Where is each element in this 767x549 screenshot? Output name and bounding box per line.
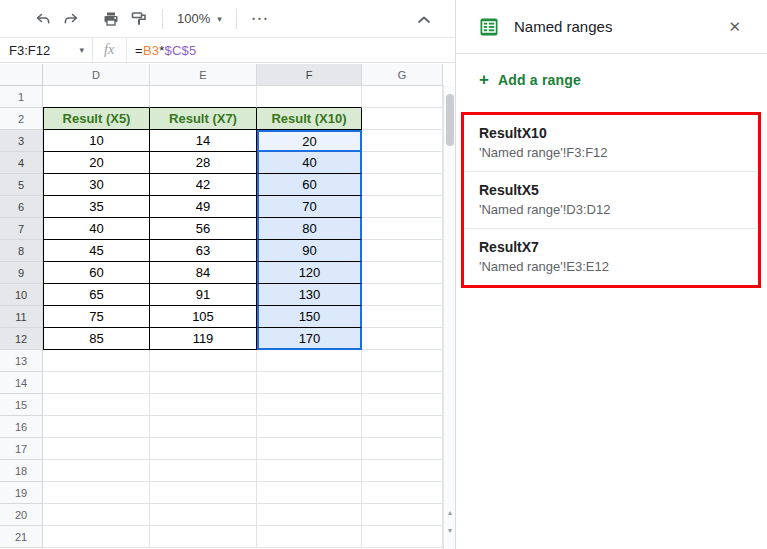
grid-cell-E12[interactable]: 119: [150, 328, 257, 350]
grid-cell-F20[interactable]: [257, 504, 362, 526]
grid-cell-G20[interactable]: [362, 504, 443, 526]
collapse-toolbar-icon[interactable]: [413, 8, 435, 30]
grid-cell-G19[interactable]: [362, 482, 443, 504]
column-header-D[interactable]: D: [43, 64, 150, 86]
grid-cell-D1[interactable]: [43, 86, 150, 108]
grid-cell-G5[interactable]: [362, 174, 443, 196]
close-icon[interactable]: ✕: [722, 14, 747, 40]
named-range-item[interactable]: ResultX10'Named range'!F3:F12: [464, 115, 758, 171]
grid-cell-D11[interactable]: 75: [43, 306, 150, 328]
vertical-scrollbar[interactable]: ▲ ▼: [443, 86, 455, 549]
row-header-9[interactable]: 9: [0, 262, 43, 284]
undo-icon[interactable]: [30, 6, 56, 32]
grid-cell-F7[interactable]: 80: [257, 218, 362, 240]
row-header-18[interactable]: 18: [0, 460, 43, 482]
grid-cell-D14[interactable]: [43, 372, 150, 394]
row-header-20[interactable]: 20: [0, 504, 43, 526]
row-header-19[interactable]: 19: [0, 482, 43, 504]
grid-cell-E2[interactable]: Result (X7): [150, 108, 257, 130]
grid-cell-D9[interactable]: 60: [43, 262, 150, 284]
grid-cell-D21[interactable]: [43, 526, 150, 548]
grid-cell-G11[interactable]: [362, 306, 443, 328]
grid-cell-D2[interactable]: Result (X5): [43, 108, 150, 130]
grid-cell-D15[interactable]: [43, 394, 150, 416]
grid-cell-F16[interactable]: [257, 416, 362, 438]
grid-cell-F9[interactable]: 120: [257, 262, 362, 284]
grid-cell-G2[interactable]: [362, 108, 443, 130]
grid-cell-F8[interactable]: 90: [257, 240, 362, 262]
grid-cell-G6[interactable]: [362, 196, 443, 218]
grid-cell-E18[interactable]: [150, 460, 257, 482]
grid-cell-G10[interactable]: [362, 284, 443, 306]
row-header-8[interactable]: 8: [0, 240, 43, 262]
grid-cell-F13[interactable]: [257, 350, 362, 372]
row-header-16[interactable]: 16: [0, 416, 43, 438]
grid-cell-E7[interactable]: 56: [150, 218, 257, 240]
grid-cell-E4[interactable]: 28: [150, 152, 257, 174]
grid-cell-F4[interactable]: 40: [257, 152, 362, 174]
grid-cell-E8[interactable]: 63: [150, 240, 257, 262]
row-header-10[interactable]: 10: [0, 284, 43, 306]
row-header-3[interactable]: 3: [0, 130, 43, 152]
grid-cell-D20[interactable]: [43, 504, 150, 526]
grid-cell-E10[interactable]: 91: [150, 284, 257, 306]
grid-cell-E17[interactable]: [150, 438, 257, 460]
more-options-icon[interactable]: ⋯: [247, 8, 273, 29]
grid-cell-D4[interactable]: 20: [43, 152, 150, 174]
grid-cell-F5[interactable]: 60: [257, 174, 362, 196]
grid-cell-G4[interactable]: [362, 152, 443, 174]
grid-cell-G18[interactable]: [362, 460, 443, 482]
grid-cell-D5[interactable]: 30: [43, 174, 150, 196]
grid-cell-G7[interactable]: [362, 218, 443, 240]
grid-cell-G9[interactable]: [362, 262, 443, 284]
grid-cell-D17[interactable]: [43, 438, 150, 460]
zoom-select[interactable]: 100% ▾: [173, 11, 226, 26]
grid-corner[interactable]: [0, 64, 43, 86]
grid-cell-E21[interactable]: [150, 526, 257, 548]
row-header-17[interactable]: 17: [0, 438, 43, 460]
grid-cell-F11[interactable]: 150: [257, 306, 362, 328]
grid-cell-F19[interactable]: [257, 482, 362, 504]
formula-text[interactable]: =B3*$C$5: [127, 43, 196, 58]
grid-cell-G3[interactable]: [362, 130, 443, 152]
add-range-button[interactable]: + Add a range: [479, 71, 581, 88]
column-header-G[interactable]: G: [362, 64, 443, 86]
grid-cell-G16[interactable]: [362, 416, 443, 438]
grid-cell-D18[interactable]: [43, 460, 150, 482]
grid-cell-G13[interactable]: [362, 350, 443, 372]
grid-cell-D7[interactable]: 40: [43, 218, 150, 240]
grid-cell-E13[interactable]: [150, 350, 257, 372]
grid-cell-G12[interactable]: [362, 328, 443, 350]
row-header-2[interactable]: 2: [0, 108, 43, 130]
grid-cell-E20[interactable]: [150, 504, 257, 526]
row-header-4[interactable]: 4: [0, 152, 43, 174]
grid-cell-G1[interactable]: [362, 86, 443, 108]
column-header-E[interactable]: E: [150, 64, 257, 86]
grid-cell-D6[interactable]: 35: [43, 196, 150, 218]
row-header-6[interactable]: 6: [0, 196, 43, 218]
grid-cell-F14[interactable]: [257, 372, 362, 394]
grid-cell-F2[interactable]: Result (X10): [257, 108, 362, 130]
paint-format-icon[interactable]: [126, 6, 152, 32]
grid-cell-E19[interactable]: [150, 482, 257, 504]
grid-cell-E6[interactable]: 49: [150, 196, 257, 218]
row-header-11[interactable]: 11: [0, 306, 43, 328]
grid-cell-D16[interactable]: [43, 416, 150, 438]
grid-cell-F3[interactable]: 20: [257, 130, 362, 152]
grid-cell-F21[interactable]: [257, 526, 362, 548]
column-header-F[interactable]: F: [257, 64, 362, 86]
row-header-21[interactable]: 21: [0, 526, 43, 548]
grid-cell-D3[interactable]: 10: [43, 130, 150, 152]
grid-cell-E14[interactable]: [150, 372, 257, 394]
grid-cell-G17[interactable]: [362, 438, 443, 460]
grid-cell-F1[interactable]: [257, 86, 362, 108]
named-range-item[interactable]: ResultX7'Named range'!E3:E12: [464, 229, 758, 285]
row-header-5[interactable]: 5: [0, 174, 43, 196]
grid-cell-D8[interactable]: 45: [43, 240, 150, 262]
row-header-1[interactable]: 1: [0, 86, 43, 108]
grid-cell-F12[interactable]: 170: [257, 328, 362, 350]
grid-cell-F6[interactable]: 70: [257, 196, 362, 218]
grid-cell-D13[interactable]: [43, 350, 150, 372]
row-header-13[interactable]: 13: [0, 350, 43, 372]
grid-cell-D19[interactable]: [43, 482, 150, 504]
